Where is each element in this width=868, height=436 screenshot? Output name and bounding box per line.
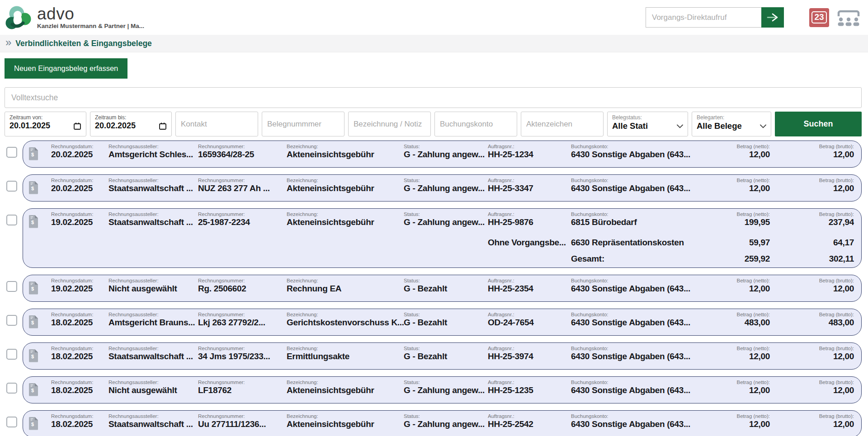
rechnungsaussteller-label: Rechnungsaussteller: — [108, 178, 198, 183]
receipt-card[interactable]: $Rechnungsdatum:20.02.2025Rechnungsausst… — [23, 141, 862, 168]
row-checkbox-column — [5, 342, 23, 361]
cell-bezeichnung: Bezeichnung:Akteneinsichtsgebühr — [287, 377, 404, 403]
calendar-badge-count: 23 — [811, 11, 826, 23]
row-checkbox[interactable] — [6, 181, 17, 192]
invoice-document-icon: $ — [28, 411, 51, 436]
date-from-field[interactable]: Zeitraum von: 20.01.2025 — [5, 112, 86, 136]
direct-search-submit-button[interactable] — [761, 7, 784, 28]
betrag-brutto-value: 237,94 — [770, 217, 854, 227]
buchungskonto-value: 6430 Sonstige Abgaben (643... — [571, 183, 702, 193]
row-checkbox-column — [5, 309, 23, 328]
app-logo[interactable]: advo Kanzlei Mustermann & Partner | Ma..… — [5, 4, 144, 31]
receipt-card[interactable]: $Rechnungsdatum:20.02.2025Rechnungsausst… — [23, 174, 862, 202]
cell-rechnungsdatum: Rechnungsdatum:20.02.2025 — [51, 141, 108, 167]
line-spacer — [28, 251, 488, 267]
row-checkbox[interactable] — [6, 417, 17, 427]
invoice-document-icon: $ — [28, 343, 51, 369]
receipt-card[interactable]: $Rechnungsdatum:18.02.2025Rechnungsausst… — [23, 309, 862, 336]
bezeichnung-value: Gerichtskostenvorschuss K... — [287, 318, 404, 328]
cell-auftragsnr: Auftragsnr.:HH-25-9876 — [488, 209, 571, 235]
calendar-icon[interactable] — [73, 122, 81, 130]
belegstatus-label: Belegstatus: — [612, 114, 683, 121]
date-to-field[interactable]: Zeitraum bis: 20.02.2025 — [90, 112, 172, 136]
auftragsnr-label: Auftragsnr.: — [488, 380, 571, 385]
fulltext-search-input[interactable] — [5, 87, 862, 108]
invoice-document-icon: $ — [28, 275, 51, 301]
buchungskonto-value: 6630 Repräsentationskosten — [571, 238, 702, 248]
cell-betrag-netto: 59,97 — [702, 235, 770, 251]
belegstatus-select[interactable]: Belegstatus: Alle Stati — [607, 112, 688, 136]
buchungskonto-value: 6430 Sonstige Abgaben (643... — [571, 385, 702, 395]
rechnungsaussteller-value: Amtsgericht Brauns... — [108, 318, 198, 328]
cell-rechnungsnummer: Rechnungsnummer:LF18762 — [198, 377, 287, 403]
buchungskonto-label: Buchungskonto: — [571, 278, 702, 283]
belegarten-select[interactable]: Belegarten: Alle Belege — [692, 112, 771, 136]
breadcrumb-chevron-icon: » — [5, 38, 11, 47]
kontakt-input[interactable] — [175, 112, 258, 136]
row-checkbox[interactable] — [6, 383, 17, 394]
rechnungsnummer-value: LF18762 — [198, 385, 287, 395]
breadcrumb[interactable]: Verbindlichkeiten & Eingangsbelege — [15, 39, 151, 48]
betrag-brutto-value: 302,11 — [770, 254, 854, 264]
cell-betrag-netto: Betrag (netto):12,00 — [702, 343, 770, 369]
buchungskonto-input[interactable] — [434, 112, 517, 136]
rechnungsdatum-label: Rechnungsdatum: — [51, 144, 108, 149]
row-checkbox[interactable] — [6, 215, 17, 225]
rechnungsdatum-label: Rechnungsdatum: — [51, 346, 108, 351]
row-checkbox-column — [5, 376, 23, 395]
cell-bezeichnung: Bezeichnung:Ermittlungsakte — [287, 343, 404, 369]
betrag-brutto-value: 12,00 — [770, 150, 854, 159]
cell-buchungskonto: Buchungskonto:6430 Sonstige Abgaben (643… — [571, 141, 702, 167]
bezeichnung-label: Bezeichnung: — [287, 312, 404, 317]
row-checkbox-column — [5, 410, 23, 429]
svg-text:$: $ — [31, 422, 34, 427]
cell-status: Status:G - Bezahlt — [404, 275, 488, 301]
betrag-brutto-value: 12,00 — [770, 419, 854, 429]
cell-rechnungsnummer: Rechnungsnummer:Uu 277111/1236... — [198, 411, 287, 436]
belegnummer-input[interactable] — [262, 112, 344, 136]
rechnungsnummer-value: NUZ 263 277 Ah ... — [198, 183, 287, 193]
users-icon[interactable] — [835, 9, 862, 27]
chevron-down-icon — [760, 124, 766, 128]
cell-auftragsnr: Auftragsnr.:HH-25-3347 — [488, 175, 571, 201]
status-label: Status: — [404, 278, 488, 283]
svg-text:$: $ — [31, 186, 34, 191]
calendar-badge[interactable]: 23 — [809, 8, 829, 27]
receipt-subline: Ohne Vorgangsbe...6630 Repräsentationsko… — [28, 235, 854, 251]
receipt-card[interactable]: $Rechnungsdatum:18.02.2025Rechnungsausst… — [23, 376, 862, 403]
rechnungsaussteller-label: Rechnungsaussteller: — [108, 413, 198, 419]
row-checkbox[interactable] — [6, 281, 17, 292]
status-value: G - Zahlung angew... — [404, 183, 488, 193]
cell-bezeichnung: Bezeichnung:Akteneinsichtsgebühr — [287, 175, 404, 201]
cell-buchungskonto: Buchungskonto:6815 Bürobedarf — [571, 209, 702, 235]
bezeichnung-input[interactable] — [348, 112, 431, 136]
svg-text:$: $ — [31, 388, 34, 393]
logo-cloud-icon — [5, 4, 33, 31]
direct-search-input[interactable] — [646, 7, 761, 28]
betrag-netto-label: Betrag (netto): — [702, 211, 770, 217]
auftragsnr-label: Auftragsnr.: — [488, 413, 571, 419]
row-checkbox[interactable] — [6, 349, 17, 360]
auftragsnr-value: HH-25-1234 — [488, 150, 571, 159]
row-checkbox[interactable] — [6, 315, 17, 326]
date-from-value: 20.01.2025 — [9, 121, 50, 131]
row-checkbox[interactable] — [6, 147, 17, 158]
receipt-card[interactable]: $Rechnungsdatum:18.02.2025Rechnungsausst… — [23, 342, 862, 370]
aktenzeichen-input[interactable] — [521, 112, 604, 136]
new-receipt-button[interactable]: Neuen Eingangsbeleg erfassen — [5, 58, 127, 79]
rechnungsdatum-value: 19.02.2025 — [51, 284, 108, 294]
date-from-label: Zeitraum von: — [9, 114, 81, 121]
receipt-card[interactable]: $Rechnungsdatum:19.02.2025Rechnungsausst… — [23, 208, 862, 268]
receipt-card[interactable]: $Rechnungsdatum:19.02.2025Rechnungsausst… — [23, 275, 862, 302]
svg-text:$: $ — [31, 320, 34, 325]
cell-betrag-netto: Betrag (netto):483,00 — [702, 309, 770, 335]
betrag-brutto-label: Betrag (brutto): — [770, 312, 854, 317]
cell-rechnungsdatum: Rechnungsdatum:20.02.2025 — [51, 175, 108, 201]
cell-betrag-netto: Betrag (netto):199,95 — [702, 209, 770, 235]
cell-rechnungsaussteller: Rechnungsaussteller:Amtsgericht Brauns..… — [108, 309, 198, 335]
search-button[interactable]: Suchen — [775, 112, 862, 136]
calendar-icon[interactable] — [159, 122, 167, 130]
cell-rechnungsnummer: Rechnungsnummer:1659364/28-25 — [198, 141, 287, 167]
buchungskonto-value: 6815 Bürobedarf — [571, 217, 702, 227]
receipt-card[interactable]: $Rechnungsdatum:18.02.2025Rechnungsausst… — [23, 410, 862, 436]
